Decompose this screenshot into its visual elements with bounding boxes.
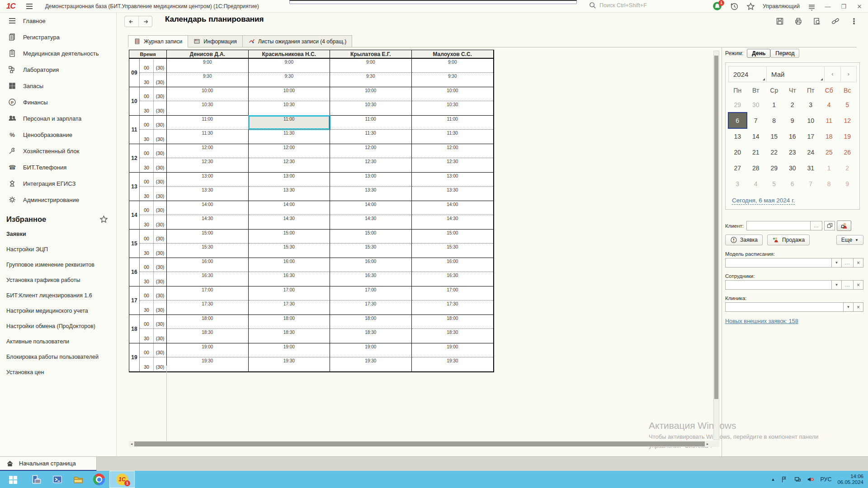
schedule-slot[interactable]: 18:30 (330, 329, 412, 343)
schedule-slot[interactable]: 13:00 (330, 173, 412, 187)
schedule-slot[interactable]: 13:00 (167, 173, 249, 187)
schedule-slot[interactable]: 13:30 (412, 187, 494, 201)
month-select[interactable]: Май (767, 66, 825, 82)
schedule-table[interactable]: ВремяДенисов Д.А.Красильникова Н.С.Крыла… (129, 50, 494, 372)
schedule-slot[interactable]: 14:30 (249, 215, 330, 229)
sidebar-item-menu[interactable]: Главное (0, 13, 116, 29)
schedule-slot[interactable]: 18:30 (249, 329, 330, 343)
schedule-slot[interactable]: 14:00 (330, 201, 412, 215)
schedule-slot[interactable]: 11:30 (249, 130, 330, 144)
tab-waitlist[interactable]: Листы ожидания записи (4 обращ.) (243, 35, 353, 47)
schedule-slot[interactable]: 9:00 (167, 59, 249, 73)
schedule-slot[interactable]: 10:00 (330, 87, 412, 101)
clinic-input[interactable] (726, 303, 843, 311)
schedule-slot[interactable]: 15:00 (249, 230, 330, 244)
year-select[interactable]: 2024 (729, 66, 767, 82)
schedule-slot[interactable]: 12:30 (412, 158, 494, 172)
favorites-item[interactable]: Установка цен (0, 365, 116, 380)
clock[interactable]: 14:06 06.05.2024 (837, 474, 863, 485)
schedule-slot[interactable]: 17:00 (412, 286, 494, 300)
mode-button-day[interactable]: День (747, 49, 770, 58)
schedule-slot[interactable]: 14:30 (330, 215, 412, 229)
calendar-day[interactable]: 1 (820, 160, 839, 176)
horizontal-scrollbar-thumb[interactable] (134, 441, 705, 446)
schedule-slot[interactable]: 9:00 (249, 59, 330, 73)
schedule-slot[interactable]: 9:30 (249, 73, 330, 87)
calendar-day[interactable]: 2 (783, 97, 802, 113)
schedule-slot[interactable]: 14:00 (249, 201, 330, 215)
link-icon[interactable] (831, 17, 840, 25)
schedule-slot[interactable]: 11:00 (167, 116, 249, 130)
sidebar-item-percent[interactable]: %Ценообразование (0, 127, 116, 143)
calendar-day[interactable]: 15 (765, 128, 783, 144)
client-search-button[interactable] (837, 221, 851, 231)
schedule-slot[interactable]: 16:30 (412, 272, 494, 286)
calendar-day[interactable]: 8 (765, 113, 783, 128)
chrome-button[interactable] (89, 471, 109, 488)
doctor-column-header[interactable]: Денисов Д.А. (167, 50, 249, 58)
favorites-item[interactable]: Групповое изменение реквизитов (0, 257, 116, 272)
today-link[interactable]: Сегодня, 6 мая 2024 г. (732, 197, 795, 205)
calendar-day[interactable]: 5 (838, 97, 857, 113)
employees-clear-icon[interactable]: × (853, 281, 863, 289)
schedule-slot[interactable]: 19:30 (330, 357, 412, 371)
sidebar-item-lab[interactable]: Лаборатория (0, 61, 116, 78)
calendar-day[interactable]: 22 (765, 144, 783, 160)
sidebar-item-gear[interactable]: Администрирование (0, 192, 116, 208)
notifications-button[interactable]: 1 (712, 1, 722, 11)
schedule-slot[interactable]: 10:00 (249, 87, 330, 101)
favorites-item[interactable]: Настройки медицинского учета (0, 303, 116, 319)
sidebar-item-wrench[interactable]: Хозяйственный блок (0, 143, 116, 159)
service-menu-icon[interactable] (807, 2, 816, 11)
schedule-slot[interactable]: 9:00 (412, 59, 494, 73)
close-button[interactable]: ✕ (855, 3, 863, 10)
schedule-slot[interactable]: 11:30 (330, 130, 412, 144)
schedule-slot[interactable]: 18:30 (412, 329, 494, 343)
sidebar-item-finance[interactable]: РФинансы (0, 94, 116, 110)
clinic-clear-icon[interactable]: × (853, 303, 863, 311)
schedule-slot[interactable]: 17:30 (412, 300, 494, 314)
sidebar-item-stock[interactable]: Запасы (0, 78, 116, 94)
schedule-slot[interactable]: 17:00 (330, 286, 412, 300)
calendar-day[interactable]: 29 (765, 160, 783, 176)
schedule-slot[interactable]: 16:00 (167, 258, 249, 272)
calendar-day[interactable]: 5 (765, 176, 783, 192)
schedule-slot[interactable]: 11:30 (412, 130, 494, 144)
more-dots-icon[interactable] (850, 17, 858, 25)
calendar-day[interactable]: 7 (802, 176, 820, 192)
favorites-item[interactable]: Заявки (0, 226, 116, 242)
schedule-slot[interactable]: 18:00 (412, 315, 494, 329)
schedule-slot[interactable]: 10:30 (249, 101, 330, 115)
schedule-slot[interactable]: 15:00 (167, 230, 249, 244)
schedule-slot[interactable]: 17:30 (330, 300, 412, 314)
schedule-slot[interactable]: 9:30 (330, 73, 412, 87)
calendar-day[interactable]: 24 (802, 144, 820, 160)
schedule-slot[interactable]: 9:30 (412, 73, 494, 87)
1c-app-button[interactable]: 1С 1 (109, 471, 135, 488)
request-button[interactable]: Заявка (725, 235, 763, 245)
schedule-model-clear-icon[interactable]: × (853, 258, 863, 267)
calendar-day-selected[interactable]: 6 (728, 113, 747, 128)
favorites-item[interactable]: Активные пользователи (0, 334, 116, 349)
calendar-day[interactable]: 25 (820, 144, 839, 160)
sidebar-item-staff[interactable]: Персонал и зарплата (0, 110, 116, 127)
favorites-item[interactable]: Установка графиков работы (0, 272, 116, 288)
schedule-slot[interactable]: 15:30 (249, 244, 330, 258)
schedule-slot[interactable]: 12:00 (412, 144, 494, 158)
schedule-slot[interactable]: 11:00 (330, 116, 412, 130)
new-external-requests-link[interactable]: Новых внешних заявок: 158 (725, 318, 798, 324)
schedule-slot[interactable]: 14:30 (412, 215, 494, 229)
schedule-slot[interactable]: 19:30 (249, 357, 330, 371)
calendar-day[interactable]: 3 (728, 176, 747, 192)
schedule-slot[interactable]: 15:30 (167, 244, 249, 258)
schedule-slot[interactable]: 9:00 (330, 59, 412, 73)
schedule-slot[interactable]: 16:00 (412, 258, 494, 272)
calendar-day[interactable]: 30 (783, 160, 802, 176)
calendar-day[interactable]: 16 (783, 128, 802, 144)
schedule-slot[interactable]: 16:30 (249, 272, 330, 286)
schedule-slot[interactable]: 15:30 (412, 244, 494, 258)
schedule-slot[interactable]: 18:00 (167, 315, 249, 329)
schedule-slot[interactable]: 17:30 (249, 300, 330, 314)
schedule-slot[interactable]: 11:30 (167, 130, 249, 144)
main-menu-icon[interactable] (25, 2, 33, 10)
